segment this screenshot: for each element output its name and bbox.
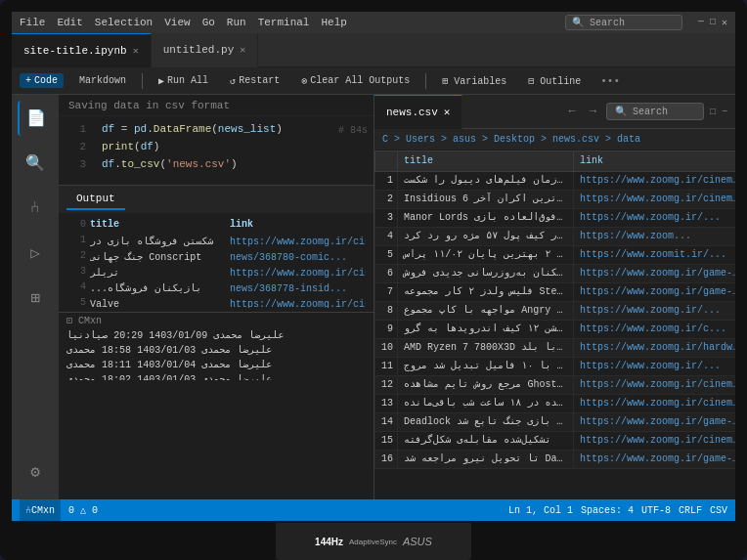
forward-arrow-icon[interactable]: → bbox=[586, 103, 600, 120]
table-row: 2Insidious 6 تازه‌ترین اکران آخرhttps://… bbox=[375, 191, 736, 209]
terminal-label: ⊡ CMxn bbox=[66, 315, 366, 326]
csv-tab-close[interactable]: ✕ bbox=[444, 106, 451, 118]
menu-view[interactable]: View bbox=[164, 17, 190, 28]
menu-file[interactable]: File bbox=[20, 17, 45, 28]
window-controls: ─ □ ✕ bbox=[698, 17, 727, 28]
toolbar-sep-2 bbox=[425, 73, 426, 89]
more-options[interactable]: ••• bbox=[600, 75, 620, 87]
explorer-icon[interactable]: 📄 bbox=[18, 101, 53, 136]
tab-notebook[interactable]: site-title.ipynb ✕ bbox=[12, 33, 152, 67]
menu-go[interactable]: Go bbox=[202, 17, 215, 28]
run-all-icon: ▶ bbox=[158, 75, 164, 87]
tab-notebook-label: site-title.ipynb bbox=[23, 45, 127, 57]
links-output: link https://www.zoomg.ir/cinema-news/36… bbox=[230, 217, 366, 308]
code-cell: 1 2 3 df = pd.DataFrame(news_list) print… bbox=[59, 116, 374, 185]
code-content[interactable]: df = pd.DataFrame(news_list) print(df) d… bbox=[94, 120, 332, 181]
table-row: 4کیف پول مژه بهترین گران در کیف پول ۵۷ م… bbox=[375, 228, 736, 246]
menu-edit[interactable]: Edit bbox=[57, 17, 82, 28]
csv-tab-label: news.csv bbox=[386, 107, 438, 118]
table-row: 11تاریخ اکران فیلم ترمیم‌کار با ۱۰ فامیل… bbox=[375, 358, 736, 376]
tab-close-notebook[interactable]: ✕ bbox=[133, 45, 139, 57]
breadcrumb: Saving data in csv format bbox=[59, 95, 374, 116]
table-row: 6بازیکنان به‌روزرسانی جدیدی فروش Stellar… bbox=[375, 265, 736, 283]
adaptive-sync: AdaptiveSync bbox=[349, 538, 397, 546]
restart-button[interactable]: ↺ Restart bbox=[224, 73, 286, 89]
tab-py[interactable]: untitled.py ✕ bbox=[152, 33, 259, 67]
restart-icon: ↺ bbox=[230, 75, 236, 87]
add-code-button[interactable]: + Code bbox=[20, 73, 64, 88]
table-row: 14Deadlock قفل فروش و فروشان بازی جنگ تا… bbox=[375, 413, 736, 432]
variables-button[interactable]: ⊞ Variables bbox=[436, 73, 512, 89]
spaces[interactable]: Spaces: 4 bbox=[581, 505, 634, 516]
maximize-icon[interactable]: □ bbox=[710, 17, 716, 28]
panel-more-icon[interactable]: □ bbox=[710, 107, 716, 117]
output-area: Output 01234567891011 title شکستن فروشگا… bbox=[59, 185, 374, 380]
title-bar: File Edit Selection View Go Run Terminal… bbox=[12, 12, 735, 33]
menu-selection[interactable]: Selection bbox=[95, 17, 153, 28]
output-tab-active[interactable]: Output bbox=[66, 189, 125, 210]
error-count: 0 △ 0 bbox=[68, 504, 98, 516]
csv-table-wrapper[interactable]: title link img date_time 1رکورد مدت زمان… bbox=[374, 151, 735, 499]
table-row: 15تشکیل‌شده مقابله‌ی شکل‌گرفتهhttps://ww… bbox=[375, 432, 736, 451]
monitor-bezel: File Edit Selection View Go Run Terminal… bbox=[0, 0, 747, 560]
editor-tabs: site-title.ipynb ✕ untitled.py ✕ bbox=[12, 33, 735, 67]
csv-breadcrumb: C > Users > asus > Desktop > news.csv > … bbox=[374, 129, 735, 151]
table-row: 10AMD Ryzen 7 7800X3D با بلد AMD پرد زرد… bbox=[375, 339, 736, 358]
cell-timing: # 84s bbox=[332, 120, 374, 142]
output-tabs: Output bbox=[59, 186, 374, 213]
add-code-label: Code bbox=[34, 75, 58, 86]
clear-outputs-button[interactable]: ⊗ Clear All Outputs bbox=[295, 73, 416, 89]
menu-bar: File Edit Selection View Go Run Terminal… bbox=[20, 17, 347, 28]
variables-label: ⊞ Variables bbox=[442, 75, 506, 87]
table-row: 5گوگل صفحه منتشر ۱/۲ نراس ۲ بهترین پایان… bbox=[375, 246, 736, 265]
menu-terminal[interactable]: Terminal bbox=[258, 17, 310, 28]
table-row: 16تا تحویل نیرو مراجعه شد Dauntless مازن… bbox=[375, 451, 736, 469]
git-branch[interactable]: ⑃ CMxn bbox=[20, 499, 61, 521]
tab-close-py[interactable]: ✕ bbox=[240, 44, 245, 56]
menu-run[interactable]: Run bbox=[227, 17, 246, 28]
csv-path: C > Users > asus > Desktop > news.csv > … bbox=[382, 134, 640, 145]
csv-tab[interactable]: news.csv ✕ bbox=[374, 95, 462, 129]
output-text: title شکستن فروشگاه بازی در جنگ جهانی Co… bbox=[90, 217, 226, 308]
notebook-toolbar: + Code Markdown ▶ Run All ↺ Restart ⊗ Cl… bbox=[12, 67, 735, 95]
encoding[interactable]: UTF-8 bbox=[641, 505, 671, 516]
code-line-2: print(df) bbox=[102, 138, 332, 155]
status-bar: ⑃ CMxn 0 △ 0 Ln 1, Col 1 Spaces: 4 UTF-8… bbox=[12, 499, 735, 521]
settings-icon[interactable]: ⚙ bbox=[18, 454, 53, 490]
line-col[interactable]: Ln 1, Col 1 bbox=[508, 505, 573, 516]
filetype[interactable]: CSV bbox=[710, 505, 727, 516]
outline-button[interactable]: ⊟ Outline bbox=[522, 73, 587, 89]
extensions-icon[interactable]: ⊞ bbox=[18, 280, 53, 316]
markdown-label: Markdown bbox=[79, 75, 126, 86]
col-rownum bbox=[375, 151, 398, 172]
csv-table-body: 1رکورد مدت زمان فیلم‌های دیبول را شکست D… bbox=[375, 172, 736, 469]
activity-bar: 📄 🔍 ⑃ ▷ ⊞ ⚙ bbox=[12, 95, 59, 499]
main-area: 📄 🔍 ⑃ ▷ ⊞ ⚙ Saving data in csv format 1 … bbox=[12, 95, 735, 499]
status-right: Ln 1, Col 1 Spaces: 4 UTF-8 CRLF CSV bbox=[508, 505, 727, 516]
screen: File Edit Selection View Go Run Terminal… bbox=[12, 12, 735, 521]
markdown-button[interactable]: Markdown bbox=[73, 73, 132, 88]
col-link[interactable]: link bbox=[574, 151, 735, 172]
source-control-icon[interactable]: ⑃ bbox=[18, 191, 53, 226]
table-row: 3Manor Lords فروش فوق‌العاده بازیhttps:/… bbox=[375, 209, 736, 228]
csv-search-input[interactable]: 🔍 Search bbox=[606, 103, 704, 120]
run-all-button[interactable]: ▶ Run All bbox=[153, 73, 214, 89]
monitor-stand: 144Hz AdaptiveSync ASUS bbox=[276, 523, 471, 560]
close-icon[interactable]: ✕ bbox=[722, 17, 727, 28]
table-row: 7فلیس ولدز ۲ کار مجموعه Stellar Bladehtt… bbox=[375, 283, 736, 302]
restart-label: Restart bbox=[239, 75, 280, 86]
back-arrow-icon[interactable]: ← bbox=[565, 103, 580, 120]
csv-panel-header: news.csv ✕ ← → 🔍 Search □ − bbox=[374, 95, 735, 129]
search-activity-icon[interactable]: 🔍 bbox=[18, 146, 53, 181]
minimize-icon[interactable]: ─ bbox=[698, 17, 704, 28]
table-row: 1رکورد مدت زمان فیلم‌های دیبول را شکست D… bbox=[375, 172, 736, 191]
title-search: 🔍 Search bbox=[565, 15, 682, 30]
run-debug-icon[interactable]: ▷ bbox=[18, 236, 53, 271]
output-content: 01234567891011 title شکستن فروشگاه بازی … bbox=[59, 213, 374, 312]
table-row: 12مرجع روش تایم مشاهده Ghost of Tsushima… bbox=[375, 376, 736, 395]
crlf[interactable]: CRLF bbox=[679, 505, 702, 516]
panel-settings-icon[interactable]: − bbox=[722, 107, 727, 117]
col-title[interactable]: title bbox=[398, 151, 574, 172]
menu-help[interactable]: Help bbox=[321, 17, 346, 28]
panel-nav: ← → 🔍 Search □ − bbox=[557, 103, 735, 120]
